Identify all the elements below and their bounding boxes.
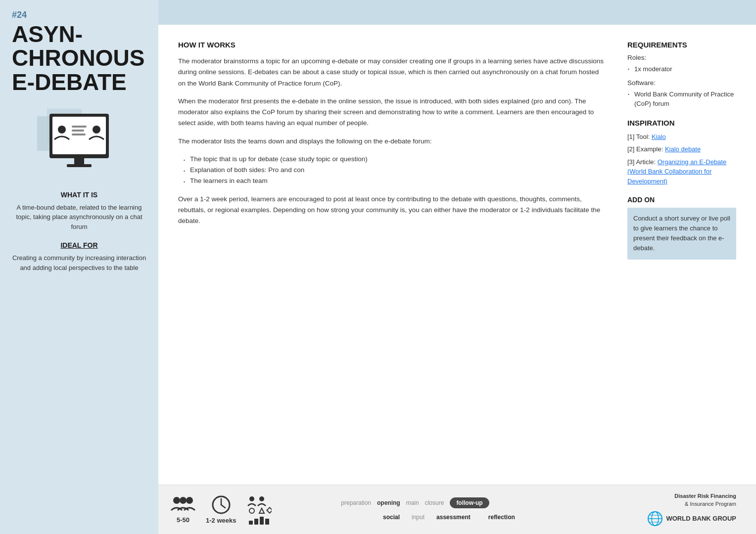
svg-point-7 — [93, 126, 100, 134]
how-it-works-p3: The moderator lists the teams down and d… — [178, 136, 608, 147]
svg-point-6 — [58, 126, 66, 134]
addon-title: ADD ON — [627, 196, 736, 204]
svg-rect-5 — [67, 164, 92, 167]
ideal-for-title: IDEAL FOR — [12, 241, 146, 249]
input-label: input — [412, 514, 425, 521]
opening-label: opening — [377, 499, 400, 506]
svg-rect-10 — [72, 134, 86, 135]
svg-marker-20 — [259, 508, 264, 513]
list-item: The learners in each team — [183, 176, 608, 186]
addon-section: ADD ON Conduct a short survey or live po… — [627, 196, 736, 260]
requirements-section: REQUIREMENTS Roles: 1x moderator Softwar… — [627, 41, 736, 109]
wb-globe-row: WORLD BANK GROUP — [647, 511, 736, 527]
reflection-pill[interactable]: reflection — [482, 512, 521, 522]
addon-box: Conduct a short survey or live poll to g… — [627, 208, 736, 260]
svg-rect-8 — [72, 126, 87, 128]
participants-icon-group: 5-50 — [170, 495, 196, 524]
how-it-works-title: HOW IT WORKS — [178, 41, 608, 49]
closure-label: closure — [425, 499, 444, 506]
inspiration-item-1: [1] Tool: Kialo — [627, 132, 736, 142]
center-column: HOW IT WORKS The moderator brainstorms a… — [178, 41, 608, 475]
activity-icon-group — [246, 495, 272, 525]
main-content: #24 ASYN- CHRONOUS E-DEBATE — [0, 0, 756, 534]
svg-point-19 — [249, 508, 254, 513]
svg-point-13 — [186, 497, 193, 504]
inspiration-section: INSPIRATION [1] Tool: Kialo [2] Example:… — [627, 119, 736, 186]
progress-bars — [249, 517, 269, 525]
software-label: Software: — [627, 79, 736, 87]
inspiration-item-2: [2] Example: Kialo debate — [627, 144, 736, 154]
card-number: #24 — [12, 10, 146, 20]
what-it-is-text: A time-bound debate, related to the lear… — [12, 203, 146, 232]
illustration — [30, 104, 129, 183]
sidebar: #24 ASYN- CHRONOUS E-DEBATE — [0, 0, 158, 534]
duration-label: 1-2 weeks — [206, 517, 236, 524]
roles-label: Roles: — [627, 54, 736, 61]
stage-row-2: social input assessment reflection — [336, 512, 627, 522]
assessment-pill[interactable]: assessment — [430, 512, 476, 522]
people-icon — [170, 495, 196, 514]
role-item: 1x moderator — [627, 64, 736, 74]
main-label: main — [406, 499, 419, 506]
svg-rect-9 — [72, 130, 84, 132]
inspiration-link-2[interactable]: Kialo debate — [665, 145, 701, 153]
what-it-is-title: WHAT IT IS — [12, 191, 146, 199]
bullet-list: The topic that is up for debate (case st… — [178, 154, 608, 187]
inspiration-item-3: [3] Article: Organizing an E-Debate (Wor… — [627, 157, 736, 186]
inspiration-link-1[interactable]: Kialo — [652, 133, 666, 140]
how-it-works-p2: When the moderator first presents the e-… — [178, 96, 608, 129]
software-item: World Bank Community of Practice (CoP) f… — [627, 89, 736, 109]
inspiration-title: INSPIRATION — [627, 119, 736, 127]
requirements-title: REQUIREMENTS — [627, 41, 736, 49]
main-area: HOW IT WORKS The moderator brainstorms a… — [158, 0, 756, 534]
duration-icon-group: 1-2 weeks — [206, 495, 236, 524]
footer-stages: preparation opening main closure follow-… — [317, 497, 627, 522]
wb-line1: Disaster Risk Financing — [674, 493, 736, 499]
card-title: ASYN- CHRONOUS E-DEBATE — [12, 22, 146, 94]
svg-point-18 — [259, 496, 264, 501]
activity-type-icon — [246, 495, 272, 515]
svg-rect-21 — [267, 507, 272, 513]
wb-line3: WORLD BANK GROUP — [666, 514, 736, 523]
how-it-works-p4: Over a 1-2 week period, learners are enc… — [178, 194, 608, 227]
svg-rect-4 — [74, 158, 84, 165]
list-item: The topic that is up for debate (case st… — [183, 154, 608, 165]
content-area: HOW IT WORKS The moderator brainstorms a… — [158, 25, 756, 485]
right-column: REQUIREMENTS Roles: 1x moderator Softwar… — [627, 41, 736, 475]
clock-icon — [211, 495, 231, 515]
preparation-label: preparation — [336, 499, 371, 506]
wb-logo-area: Disaster Risk Financing & Insurance Prog… — [627, 492, 736, 527]
svg-line-16 — [221, 505, 225, 508]
follow-up-pill[interactable]: follow-up — [450, 497, 489, 508]
top-bar — [158, 0, 756, 25]
addon-text: Conduct a short survey or live poll to g… — [633, 214, 730, 254]
list-item: Explanation of both sides: Pro and con — [183, 165, 608, 176]
how-it-works-p1: The moderator brainstorms a topic for an… — [178, 56, 608, 89]
wb-line2: & Insurance Program — [685, 501, 736, 507]
social-pill[interactable]: social — [377, 512, 406, 522]
world-bank-globe-icon — [647, 511, 663, 527]
svg-point-11 — [173, 497, 180, 504]
footer: 5-50 1-2 weeks — [158, 485, 756, 534]
stage-row-1: preparation opening main closure follow-… — [336, 497, 627, 508]
svg-point-12 — [180, 497, 187, 504]
ideal-for-text: Creating a community by increasing inter… — [12, 253, 146, 272]
participants-label: 5-50 — [177, 516, 189, 524]
svg-point-17 — [249, 496, 254, 501]
